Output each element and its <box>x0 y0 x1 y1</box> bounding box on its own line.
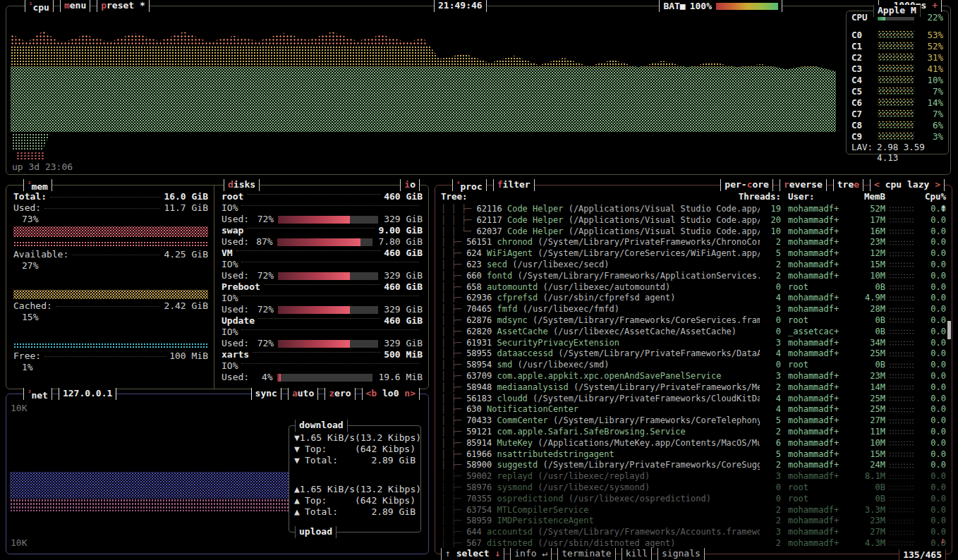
cpu-core-rows: C0 53% C1 52% C2 31% C3 41% C4 10% C5 7%… <box>847 29 948 142</box>
mem-total-row: Total:16.0 GiB <box>13 191 208 202</box>
process-row[interactable]: │ ├─ 644 accountsd (/System/Library/Fram… <box>435 527 952 538</box>
process-mem: 24M <box>850 460 885 471</box>
signals-button[interactable]: signals <box>657 548 705 560</box>
process-user: mohammadf+ <box>781 438 850 449</box>
process-mem: 0B <box>850 282 885 293</box>
sort-prev-icon[interactable]: < <box>874 179 880 190</box>
process-row[interactable]: │ ├─ 660 fontd (/System/Library/Framewor… <box>435 271 952 282</box>
net-stat-label: 1.65 KiB/s <box>300 432 355 444</box>
filter-button[interactable]: filter <box>493 179 535 191</box>
process-row[interactable]: │ ├─ 63709 com.apple.appkit.xpc.openAndS… <box>435 371 952 382</box>
process-row[interactable]: │ ├─ 59002 replayd (/usr/libexec/replayd… <box>435 471 952 482</box>
process-pid: 70433 <box>466 415 492 425</box>
process-row[interactable]: │ ├─ 624 WiFiAgent (/System/Library/Core… <box>435 248 952 260</box>
process-row[interactable]: │ ├─ 61966 nsattributedstringagent 5 moh… <box>435 449 952 461</box>
net-sync-toggle[interactable]: sync <box>251 388 281 400</box>
process-user: mohammadf+ <box>781 415 850 427</box>
disk-used-meter <box>278 216 378 224</box>
process-row[interactable]: │ ├─ 623 secd (/usr/libexec/secd) 2 moha… <box>435 260 952 271</box>
process-cpu-percent: 0.0 <box>918 237 946 248</box>
net-box-title[interactable]: ³net <box>23 388 52 400</box>
process-mem: 27M <box>850 415 885 427</box>
core-label: C1 <box>851 41 874 51</box>
net-stat-row: ▲ Top: (642 Kibps) <box>289 495 420 506</box>
net-stat-row: ▼ 1.65 KiB/s (13.2 Kibps) <box>289 432 420 444</box>
disk-entry: xarts500 MiB IO% Used:4%19.6 MiB <box>222 349 423 383</box>
select-keys-hint[interactable]: ↑ select ↓ <box>441 548 504 560</box>
disk-name: swap <box>222 225 243 236</box>
info-button[interactable]: info ↵ <box>510 548 552 560</box>
process-row[interactable]: │ ├─ 56183 cloudd (/System/Library/Priva… <box>435 394 952 405</box>
cpu-core-row: C4 10% <box>847 74 948 85</box>
process-row[interactable]: │ ├─ 567 distnoted (/usr/sbin/distnoted … <box>435 538 952 548</box>
tree-toggle[interactable]: tree <box>833 179 863 191</box>
mem-box-title[interactable]: ²mem <box>23 179 52 191</box>
disk-used-meter <box>277 238 373 246</box>
reverse-toggle[interactable]: reverse <box>780 179 827 191</box>
process-row[interactable]: │ ├─ 58959 IMDPersistenceAgent 2 mohamma… <box>435 516 952 527</box>
process-row[interactable]: │ ├─ 70465 fmfd (/usr/libexec/fmfd) 3 mo… <box>435 304 952 315</box>
net-box: ³net 127.0.0.1 sync auto zero <b lo0 n> … <box>6 394 429 554</box>
disk-total: 9.00 GiB <box>378 225 423 236</box>
core-usage-graph <box>878 133 914 140</box>
process-row[interactable]: │ ├─ 62876 mdsync (/System/Library/Frame… <box>435 315 952 327</box>
per-core-toggle[interactable]: per-core <box>720 179 773 191</box>
process-row[interactable]: │ ├─ 58954 smd (/usr/libexec/smd) 0 root… <box>435 360 952 371</box>
process-row[interactable]: │ ├─ 61931 SecurityPrivacyExtension 3 mo… <box>435 338 952 349</box>
cpu-box-title[interactable]: ¹cpu <box>25 0 54 12</box>
process-args: (/usr/libexec/sysmond) <box>538 482 650 492</box>
process-row[interactable]: │ ├─ 58955 dataaccessd (/System/Library/… <box>435 348 952 360</box>
process-row[interactable]: │ │ ├─ 62116 Code Helper (/Applications/… <box>435 204 952 215</box>
disks-toggle[interactable]: disks <box>224 179 260 191</box>
sort-selector[interactable]: < cpu lazy > <box>870 179 945 191</box>
process-row[interactable]: │ ├─ 58948 mediaanalysisd (/System/Libra… <box>435 382 952 394</box>
download-title: download <box>295 420 348 432</box>
process-cpu-graph <box>889 463 914 469</box>
cpu-core-row: C6 14% <box>847 97 948 108</box>
process-row[interactable]: │ ├─ 62820 AssetCache (/usr/libexec/Asse… <box>435 327 952 338</box>
proc-scrollbar-thumb[interactable] <box>947 321 951 339</box>
process-pid: 59121 <box>466 427 492 437</box>
process-name: MTLCompilerService <box>497 505 588 515</box>
process-cpu-percent: 0.0 <box>918 505 946 516</box>
disk-io-label: IO% <box>222 360 238 372</box>
process-row[interactable]: │ ├─ 658 automountd (/usr/libexec/automo… <box>435 282 952 293</box>
process-args: (/System/Library/Frameworks/CoreTelephon… <box>553 415 760 425</box>
proc-box-title[interactable]: ⁴proc <box>452 179 487 191</box>
process-row[interactable]: │ │ ├─ 62117 Code Helper (/Applications/… <box>435 215 952 226</box>
menu-button[interactable]: menu <box>60 0 90 12</box>
kill-button[interactable]: kill <box>622 548 652 560</box>
preset-button[interactable]: preset * <box>97 0 150 12</box>
process-row[interactable]: │ ├─ 70355 ospredictiond (/usr/libexec/o… <box>435 494 952 505</box>
process-row[interactable]: │ ├─ 62936 cfprefsd (/usr/sbin/cfprefsd … <box>435 293 952 304</box>
io-mode-toggle[interactable]: io <box>400 179 420 191</box>
net-zero-toggle[interactable]: zero <box>325 388 355 400</box>
process-row[interactable]: │ ├─ 63754 MTLCompilerService 2 mohammad… <box>435 505 952 516</box>
core-usage-graph <box>878 121 914 128</box>
disk-name-row: root460 GiB <box>222 191 423 202</box>
process-cpu-percent: 0.0 <box>918 271 946 282</box>
process-mem: 23M <box>850 237 885 248</box>
terminate-button[interactable]: terminate <box>557 548 615 560</box>
interval-increase-button[interactable]: + <box>932 0 938 11</box>
process-row[interactable]: │ ├─ 58976 sysmond (/usr/libexec/sysmond… <box>435 482 952 494</box>
core-percent: 53% <box>918 30 943 40</box>
process-row[interactable]: │ │ └─ 62037 Code Helper (/Applications/… <box>435 226 952 238</box>
process-cpu-graph <box>889 396 914 402</box>
process-row[interactable]: │ ├─ 59121 com.apple.Safari.SafeBrowsing… <box>435 427 952 438</box>
proc-box: ⁴proc filter per-core reverse tree < cpu… <box>435 185 952 554</box>
net-auto-toggle[interactable]: auto <box>288 388 318 400</box>
process-cpu-percent: 0.0 <box>918 394 946 405</box>
process-row[interactable]: │ ├─ 56151 chronod (/System/Library/Priv… <box>435 237 952 248</box>
disk-used-value: 7.80 GiB <box>378 236 423 248</box>
scroll-down-icon[interactable]: ↓ <box>940 535 945 545</box>
process-row[interactable]: │ ├─ 58900 suggestd (/System/Library/Pri… <box>435 460 952 471</box>
process-row[interactable]: │ ├─ 85914 MuteKey (/Applications/MuteKe… <box>435 438 952 449</box>
sort-next-icon[interactable]: > <box>935 179 940 190</box>
process-cpu-percent: 0.0 <box>918 293 946 304</box>
process-row[interactable]: │ ├─ 70433 CommCenter (/System/Library/F… <box>435 415 952 427</box>
process-row[interactable]: │ ├─ 630 NotificationCenter 4 mohammadf+… <box>435 404 952 415</box>
process-name: Code Helper <box>507 215 563 225</box>
net-interface-switcher[interactable]: <b lo0 n> <box>362 388 420 400</box>
core-percent: 10% <box>918 75 943 85</box>
